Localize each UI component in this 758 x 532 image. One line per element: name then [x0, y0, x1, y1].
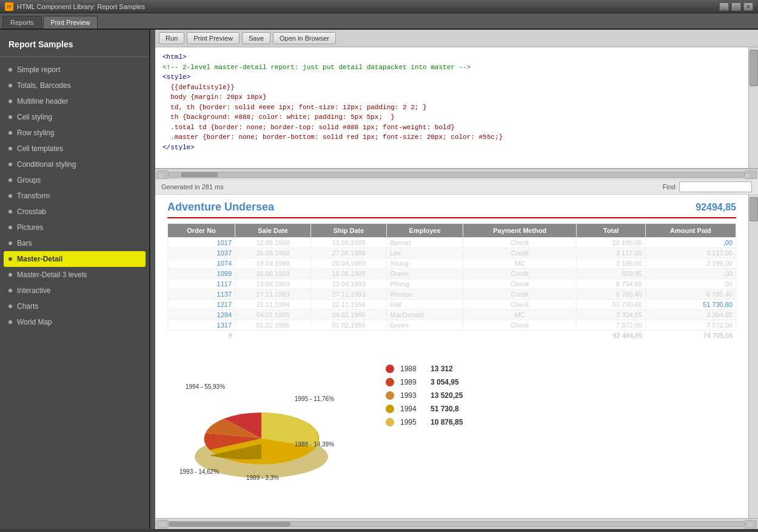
- hscroll-right-preview[interactable]: ▶: [745, 520, 757, 528]
- legend-dot-1988: [386, 365, 394, 373]
- total-amount: 92494,85: [696, 202, 736, 213]
- cell-employee: Green: [387, 320, 463, 331]
- hscroll-left-preview[interactable]: ◀: [156, 520, 169, 528]
- chart-area: 1994 - 55,93% 1995 - 11,76% 1988 - 14,39…: [167, 352, 736, 486]
- sidebar-item-row-styling[interactable]: Row styling: [0, 125, 149, 141]
- sidebar-item-master-detail-3[interactable]: Master-Detail 3 levels: [0, 267, 149, 283]
- sidebar-item-world-map[interactable]: World Map: [0, 314, 149, 330]
- cell-sale-date: 19.04.1989: [235, 258, 311, 269]
- cell-amount-paid: ,00: [645, 269, 736, 279]
- sidebar-item-cell-templates[interactable]: Cell templates: [0, 141, 149, 157]
- legend-item-1994: 1994 51 730,8: [386, 405, 463, 413]
- col-order-no: Order No: [168, 224, 235, 238]
- hscroll-thumb[interactable]: [181, 172, 218, 177]
- cell-order-no: 1074: [168, 258, 235, 269]
- cell-ship-date: 20.04.1989: [311, 258, 387, 269]
- svg-text:1994 - 55,93%: 1994 - 55,93%: [186, 383, 225, 390]
- bullet-icon: [8, 178, 12, 182]
- cell-total: 859,95: [577, 269, 645, 279]
- table-row: 1294 04.01.1995 04.01.1995 MacDonald MC …: [168, 310, 736, 320]
- cell-order-no: 1017: [168, 238, 235, 248]
- cell-sale-date: 22.11.1994: [235, 300, 311, 310]
- company-name: Adventure Undersea: [167, 201, 274, 214]
- close-button[interactable]: ✕: [743, 2, 753, 11]
- run-button[interactable]: Run: [159, 32, 184, 44]
- sidebar-item-bars[interactable]: Bars: [0, 235, 149, 251]
- bullet-icon: [8, 163, 12, 166]
- cell-order-no: 1217: [168, 300, 235, 310]
- code-content: <html> <!-- 2-level master-detail report…: [155, 47, 758, 168]
- cell-employee: Green: [387, 269, 463, 279]
- save-button[interactable]: Save: [242, 32, 270, 44]
- cell-order-no: 1294: [168, 310, 235, 320]
- cell-sale-date: 16.06.1989: [235, 269, 311, 279]
- legend-dot-1989: [386, 378, 394, 386]
- scrollbar-thumb[interactable]: [750, 50, 758, 86]
- tab-print-preview[interactable]: Print Preview: [43, 16, 98, 29]
- cell-amount-paid: ,00: [645, 238, 736, 248]
- preview-scrollbar-v[interactable]: [748, 195, 758, 518]
- hscroll-track[interactable]: [169, 172, 745, 178]
- find-input[interactable]: [679, 181, 752, 192]
- cell-total: 51 730,80: [577, 300, 645, 310]
- cell-total: 6 734,85: [577, 279, 645, 289]
- hscroll-left[interactable]: ◀: [156, 170, 169, 179]
- sidebar-item-pictures[interactable]: Pictures: [0, 220, 149, 235]
- preview-hscrollbar[interactable]: ◀ ▶: [155, 518, 758, 529]
- restore-button[interactable]: □: [731, 2, 741, 11]
- hscroll-thumb-preview[interactable]: [169, 522, 290, 527]
- code-editor[interactable]: <html> <!-- 2-level master-detail report…: [155, 47, 758, 169]
- cell-order-no: 1037: [168, 248, 235, 258]
- preview-scrollbar-thumb[interactable]: [750, 197, 758, 221]
- code-hscrollbar[interactable]: ◀ ▶: [155, 169, 758, 180]
- sidebar-item-crosstab[interactable]: Crosstab: [0, 204, 149, 220]
- sidebar-item-interactive[interactable]: Interactive: [0, 283, 149, 298]
- cell-amount-paid: ,00: [645, 279, 736, 289]
- preview-wrapper: Adventure Undersea 92494,85 Order No Sal…: [155, 195, 758, 518]
- code-line-8: .total td {border: none; border-top: sol…: [163, 123, 751, 133]
- cell-employee: MacDonald: [387, 310, 463, 320]
- open-in-browser-button[interactable]: Open in Browser: [273, 32, 336, 44]
- total-sum: 92 494,85: [577, 331, 645, 341]
- cell-ship-date: 27.08.1988: [311, 248, 387, 258]
- sidebar-item-groups[interactable]: Groups: [0, 172, 149, 188]
- col-total: Total: [577, 224, 645, 238]
- bullet-icon: [8, 210, 12, 214]
- sidebar-item-transform[interactable]: Transform: [0, 188, 149, 204]
- sidebar-item-totals-barcodes[interactable]: Totals, Barcodes: [0, 78, 149, 93]
- cell-ship-date: 01.02.1995: [311, 320, 387, 331]
- tab-reports[interactable]: Reports: [2, 16, 42, 29]
- cell-amount-paid: 2 195,00: [645, 258, 736, 269]
- print-preview-button[interactable]: Print Preview: [187, 32, 240, 44]
- bullet-icon: [8, 289, 12, 292]
- chart-legend: 1988 13 312 1989 3 054,95 1993: [386, 365, 463, 426]
- code-line-10: </style>: [163, 143, 751, 153]
- sidebar-item-master-detail[interactable]: Master-Detail: [4, 251, 146, 267]
- cell-sale-date: 13.04.1993: [235, 279, 311, 289]
- sidebar-item-simple-report[interactable]: Simple report: [0, 62, 149, 78]
- hscroll-track-preview[interactable]: [169, 521, 745, 527]
- sidebar-item-cell-styling[interactable]: Cell styling: [0, 109, 149, 125]
- cell-ship-date: 13.06.1988: [311, 238, 387, 248]
- code-scrollbar-v[interactable]: [748, 47, 758, 168]
- panel-divider[interactable]: ⋮: [150, 30, 155, 529]
- sidebar-item-charts[interactable]: Charts: [0, 298, 149, 314]
- right-panel: Run Print Preview Save Open in Browser <…: [155, 30, 758, 529]
- cell-sale-date: 26.08.1988: [235, 248, 311, 258]
- preview-toolbar: Generated in 281 ms Find: [155, 180, 758, 195]
- hscroll-right[interactable]: ▶: [745, 170, 757, 179]
- sidebar-item-multiline-header[interactable]: Multiline header: [0, 93, 149, 109]
- sidebar-item-conditional-styling[interactable]: Conditional styling: [0, 157, 149, 172]
- legend-dot-1993: [386, 391, 394, 400]
- minimize-button[interactable]: _: [719, 2, 729, 11]
- cell-payment: Check: [463, 279, 577, 289]
- total-paid: 74 705,05: [645, 331, 736, 341]
- legend-dot-1994: [386, 405, 394, 413]
- cell-ship-date: 13.04.1993: [311, 279, 387, 289]
- cell-sale-date: 04.01.1995: [235, 310, 311, 320]
- cell-total: 3 304,85: [577, 310, 645, 320]
- cell-total: 2 195,00: [577, 258, 645, 269]
- legend-item-1995: 1995 10 876,85: [386, 418, 463, 426]
- cell-payment: Credit: [463, 248, 577, 258]
- table-row: 1099 16.06.1989 16.06.1989 Green Credit …: [168, 269, 736, 279]
